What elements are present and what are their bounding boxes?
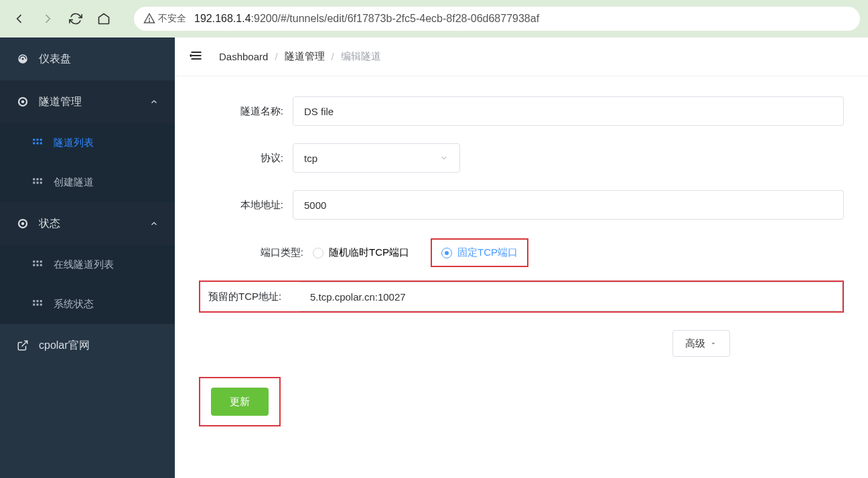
svg-rect-20	[40, 260, 42, 262]
svg-point-17	[21, 222, 25, 226]
browser-toolbar: 不安全 192.168.1.4:9200/#/tunnels/edit/6f17…	[0, 0, 868, 37]
url-bar[interactable]: 不安全 192.168.1.4:9200/#/tunnels/edit/6f17…	[134, 7, 860, 31]
breadcrumb: Dashboard / 隧道管理 / 编辑隧道	[219, 50, 381, 63]
svg-point-3	[21, 100, 25, 104]
svg-rect-21	[33, 264, 35, 266]
sidebar-item-system-status[interactable]: 系统状态	[0, 285, 175, 324]
main-content: Dashboard / 隧道管理 / 编辑隧道 隧道名称: 协议: tcp 本地…	[175, 37, 868, 478]
submit-button[interactable]: 更新	[211, 388, 269, 416]
sidebar-item-dashboard[interactable]: 仪表盘	[0, 37, 175, 80]
svg-rect-6	[40, 139, 42, 141]
tunnel-name-label: 隧道名称:	[199, 105, 293, 118]
svg-rect-8	[37, 142, 39, 144]
svg-rect-24	[33, 300, 35, 302]
svg-rect-13	[33, 181, 35, 183]
grid-icon	[31, 299, 44, 311]
svg-rect-9	[40, 142, 42, 144]
row-reserved-tcp: 预留的TCP地址:	[199, 281, 844, 313]
sidebar-item-tunnel-list[interactable]: 隧道列表	[0, 123, 175, 163]
radio-random-label: 随机临时TCP端口	[329, 246, 409, 259]
advanced-button[interactable]: 高级	[672, 330, 730, 357]
sidebar-online-tunnels-label: 在线隧道列表	[54, 258, 114, 271]
svg-rect-10	[33, 178, 35, 180]
local-addr-input[interactable]	[293, 190, 844, 220]
local-addr-label: 本地地址:	[199, 199, 293, 212]
sidebar-item-online-tunnels[interactable]: 在线隧道列表	[0, 245, 175, 285]
svg-rect-7	[33, 142, 35, 144]
svg-rect-4	[33, 139, 35, 141]
radio-fixed-label: 固定TCP端口	[457, 246, 518, 259]
row-tunnel-name: 隧道名称:	[199, 96, 844, 126]
advanced-label: 高级	[685, 337, 705, 350]
reserved-tcp-label: 预留的TCP地址:	[208, 291, 281, 303]
reserved-tcp-label-wrap: 预留的TCP地址:	[200, 282, 299, 311]
grid-icon	[31, 137, 44, 149]
sidebar-item-create-tunnel[interactable]: 创建隧道	[0, 163, 175, 202]
chevron-down-icon	[439, 153, 449, 163]
sidebar-item-tunnel-mgmt[interactable]: 隧道管理	[0, 80, 175, 123]
warning-icon	[143, 13, 155, 25]
row-advanced: 高级	[199, 330, 844, 357]
highlight-fixed-port: 固定TCP端口	[431, 238, 528, 267]
row-protocol: 协议: tcp	[199, 143, 844, 173]
grid-icon	[31, 177, 44, 189]
crumb-dashboard[interactable]: Dashboard	[219, 51, 268, 62]
sidebar: 仪表盘 隧道管理 隧道列表 创建隧道 状态 在线隧道列表 系统状态	[0, 37, 175, 478]
protocol-value: tcp	[304, 153, 317, 164]
port-type-radio-group: 随机临时TCP端口 固定TCP端口	[313, 246, 518, 259]
grid-icon	[31, 259, 44, 271]
sidebar-item-cpolar-site[interactable]: cpolar官网	[0, 324, 175, 367]
row-port-type: 端口类型: 随机临时TCP端口 固定TCP端口	[199, 246, 844, 259]
crumb-edit-tunnel: 编辑隧道	[341, 50, 381, 63]
radio-circle-icon	[313, 248, 323, 258]
sidebar-create-tunnel-label: 创建隧道	[54, 176, 94, 189]
back-button[interactable]	[8, 7, 31, 30]
menu-toggle-icon[interactable]	[190, 50, 203, 64]
gauge-icon	[16, 53, 29, 65]
crumb-sep: /	[332, 51, 334, 62]
ring-icon	[16, 96, 29, 108]
row-local-addr: 本地地址:	[199, 190, 844, 220]
home-button[interactable]	[92, 7, 115, 30]
sidebar-system-status-label: 系统状态	[54, 298, 94, 311]
crumb-tunnel-mgmt[interactable]: 隧道管理	[285, 50, 325, 63]
insecure-badge: 不安全	[143, 13, 186, 25]
sidebar-dashboard-label: 仪表盘	[39, 52, 71, 66]
sidebar-status-label: 状态	[39, 217, 60, 231]
svg-rect-12	[40, 178, 42, 180]
radio-fixed-port[interactable]: 固定TCP端口	[441, 246, 518, 259]
reserved-tcp-input[interactable]	[299, 282, 843, 311]
caret-down-icon	[709, 339, 717, 347]
sidebar-tunnel-list-label: 隧道列表	[54, 137, 94, 149]
svg-rect-18	[33, 260, 35, 262]
crumb-sep: /	[275, 51, 277, 62]
svg-rect-27	[33, 303, 35, 305]
protocol-select[interactable]: tcp	[293, 143, 460, 173]
external-link-icon	[16, 339, 29, 351]
reload-button[interactable]	[64, 7, 87, 30]
chevron-up-icon	[149, 219, 159, 228]
svg-rect-19	[37, 260, 39, 262]
tunnel-name-input[interactable]	[293, 96, 844, 126]
protocol-label: 协议:	[199, 152, 293, 165]
svg-rect-23	[40, 264, 42, 266]
form-area: 隧道名称: 协议: tcp 本地地址: 端口类型: 随机临时TC	[175, 76, 868, 478]
svg-rect-28	[37, 303, 39, 305]
submit-label: 更新	[230, 396, 250, 407]
sidebar-item-status[interactable]: 状态	[0, 202, 175, 245]
insecure-label: 不安全	[158, 13, 186, 25]
forward-button[interactable]	[36, 7, 59, 30]
radio-random-port[interactable]: 随机临时TCP端口	[313, 246, 409, 259]
port-type-label: 端口类型:	[199, 246, 313, 259]
svg-rect-26	[40, 300, 42, 302]
svg-rect-5	[37, 139, 39, 141]
sidebar-tunnel-mgmt-label: 隧道管理	[39, 95, 82, 109]
ring-icon	[16, 218, 29, 230]
highlight-submit: 更新	[199, 377, 281, 426]
svg-rect-29	[40, 303, 42, 305]
sidebar-cpolar-site-label: cpolar官网	[39, 339, 90, 353]
svg-point-1	[149, 21, 150, 21]
url-text: 192.168.1.4:9200/#/tunnels/edit/6f17873b…	[194, 13, 539, 25]
svg-rect-14	[37, 181, 39, 183]
page-header: Dashboard / 隧道管理 / 编辑隧道	[175, 37, 868, 76]
